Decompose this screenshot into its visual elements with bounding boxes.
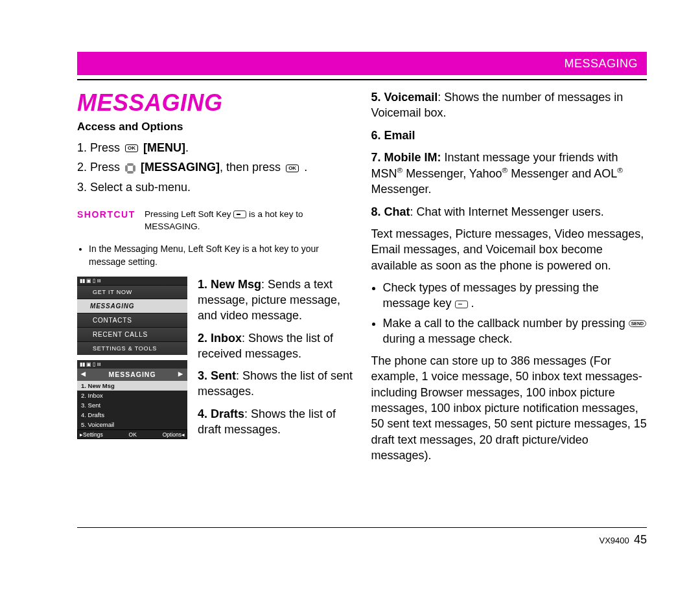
submenu-item-selected: 1. New Msg: [77, 381, 187, 391]
note-bullet-list: In the Messaging Menu, Left Soft Key is …: [77, 242, 353, 269]
paragraph-capacity: The phone can store up to 386 messages (…: [371, 353, 648, 463]
menu-item: SETTINGS & TOOLS: [77, 341, 187, 355]
right-column: 5. Voicemail: Shows the number of messag…: [371, 89, 648, 470]
manual-page: MESSAGING MESSAGING Access and Options 1…: [0, 0, 700, 592]
item-email: 6. Email: [371, 128, 648, 143]
menu-item: RECENT CALLS: [77, 327, 187, 341]
access-options-heading: Access and Options: [77, 120, 353, 133]
ok-key-icon: OK: [286, 165, 299, 172]
step-2: 2. Press [MESSAGING], then press OK .: [77, 159, 353, 175]
note-bullet: In the Messaging Menu, Left Soft Key is …: [89, 242, 353, 269]
submenu-description-list: 1. New Msg: Sends a text message, pictur…: [198, 277, 353, 444]
step-3: 3. Select a sub-menu.: [77, 179, 353, 195]
page-number: 45: [634, 533, 647, 546]
item-mobile-im: 7. Mobile IM: Instant message your frien…: [371, 150, 648, 198]
menu-item-selected: MESSAGING: [77, 299, 187, 313]
submenu-item: 4. Drafts: [77, 410, 187, 420]
header-bar: MESSAGING: [77, 52, 647, 75]
submenu-item: 3. Sent: [77, 400, 187, 410]
phone-screenshot-menu: ▮▮ ▣ ▯ Ill GET IT NOW MESSAGING CONTACTS…: [77, 277, 187, 355]
send-key-icon: SEND: [629, 320, 646, 327]
phone-soft-keys: ▸Settings OK Options◂: [77, 429, 187, 439]
phone-status-bar: ▮▮ ▣ ▯ Ill: [77, 360, 187, 369]
nav-key-icon: [125, 163, 135, 174]
submenu-item: 5. Voicemail: [77, 420, 187, 429]
shortcut-block: SHORTCUT Pressing Left Soft Key is a hot…: [77, 208, 353, 233]
shortcut-label: SHORTCUT: [77, 209, 135, 220]
model-number: VX9400: [599, 536, 629, 545]
section-title: MESSAGING: [77, 89, 353, 117]
item-chat: 8. Chat: Chat with Internet Messenger us…: [371, 204, 648, 220]
tip-check-types: Check types of messages by pressing the …: [383, 280, 648, 312]
page-footer: VX9400 45: [77, 527, 647, 547]
menu-item: CONTACTS: [77, 313, 187, 327]
tips-list: Check types of messages by pressing the …: [371, 280, 648, 347]
step-1: 1. Press OK [MENU].: [77, 140, 353, 155]
submenu-item: 2. Inbox: [77, 391, 187, 400]
header-divider: [77, 79, 647, 80]
header-title: MESSAGING: [564, 57, 638, 71]
message-key-icon: [455, 301, 468, 308]
phone-screenshot-messaging: ▮▮ ▣ ▯ Ill MESSAGING 1. New Msg 2. Inbox…: [77, 360, 187, 439]
phone-status-bar: ▮▮ ▣ ▯ Ill: [77, 277, 187, 285]
left-soft-key-icon: [233, 211, 246, 218]
item-voicemail: 5. Voicemail: Shows the number of messag…: [371, 89, 648, 121]
phone-submenu-header: MESSAGING: [77, 369, 187, 381]
menu-item: GET IT NOW: [77, 285, 187, 299]
ok-key-icon: OK: [125, 144, 138, 152]
paragraph-availability: Text messages, Picture messages, Video m…: [371, 226, 648, 273]
tip-callback: Make a call to the callback number by pr…: [383, 315, 648, 347]
left-column: MESSAGING Access and Options 1. Press OK…: [77, 89, 353, 470]
